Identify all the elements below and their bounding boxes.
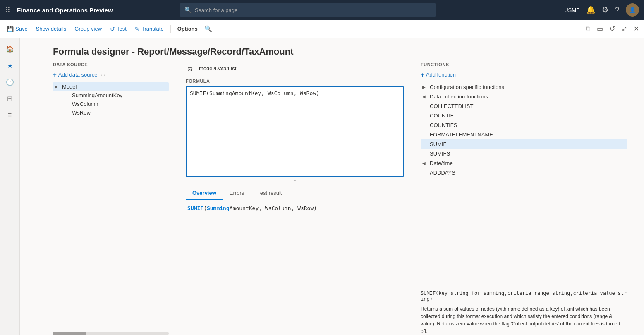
test-icon: ↺ <box>110 26 115 32</box>
tab-test-result[interactable]: Test result <box>251 187 288 200</box>
toolbar-separator <box>170 25 171 33</box>
expand-model-icon: ▶ <box>55 84 60 89</box>
right-panel: FUNCTIONS + Add function ▶ Configuration… <box>412 62 627 335</box>
search-bar[interactable]: 🔍 <box>180 3 436 17</box>
top-nav: ⠿ Finance and Operations Preview 🔍 USMF … <box>0 0 644 20</box>
refresh-icon[interactable]: ↺ <box>608 23 617 34</box>
toolbar-right: ⧉ ▭ ↺ ⤢ ✕ <box>584 23 641 34</box>
usmf-label: USMF <box>564 7 579 13</box>
fn-description: Returns a sum of values of nodes (with n… <box>421 305 627 335</box>
tree-item-summing[interactable]: SummingAmountKey <box>53 91 169 100</box>
sidebar-recent-icon[interactable]: 🕐 <box>2 74 17 89</box>
horizontal-scrollbar[interactable] <box>53 332 169 335</box>
search-input[interactable] <box>195 7 431 13</box>
page-header: Formula designer - Report/Message/Record… <box>20 38 644 62</box>
add-function-button[interactable]: + Add function <box>421 70 627 79</box>
help-icon[interactable]: ? <box>615 6 619 14</box>
tab-errors[interactable]: Errors <box>223 187 251 200</box>
show-details-button[interactable]: Show details <box>33 24 70 34</box>
fn-item-countifs[interactable]: COUNTIFS <box>421 120 627 130</box>
app-title: Finance and Operations Preview <box>17 7 113 14</box>
add-datasource-button[interactable]: + Add data source ··· <box>53 70 169 79</box>
test-button[interactable]: ↺ Test <box>107 24 130 34</box>
sidebar-star-icon[interactable]: ★ <box>2 58 17 73</box>
formula-path: @ = model/Data/List <box>186 62 404 75</box>
sidebar-workspace-icon[interactable]: ⊞ <box>2 91 17 106</box>
resize-handle[interactable]: = <box>186 177 404 183</box>
search-toolbar-icon[interactable]: 🔍 <box>203 24 214 34</box>
fn-expand-config-icon: ▶ <box>422 85 427 89</box>
tree-item-wsrow[interactable]: WsRow <box>53 108 169 117</box>
settings-icon[interactable]: ⚙ <box>602 5 608 14</box>
fn-item-formatelementname[interactable]: FORMATELEMENTNAME <box>421 130 627 139</box>
datasource-label: DATA SOURCE <box>53 62 169 67</box>
grid-config-icon[interactable]: ⧉ <box>584 24 592 34</box>
group-view-button[interactable]: Group view <box>71 24 105 34</box>
preview-su: SU <box>187 205 194 211</box>
page-title: Formula designer - Report/Message/Record… <box>53 46 627 57</box>
fn-group-datacollection[interactable]: ◀ Data collection functions <box>421 92 627 101</box>
fn-expand-datacollection-icon: ◀ <box>422 94 427 99</box>
fn-signature: SUMIF(key_string_for_summing,criteria_ra… <box>421 290 627 302</box>
fn-group-config[interactable]: ▶ Configuration specific functions <box>421 82 627 92</box>
expand-icon[interactable]: ⤢ <box>620 23 629 34</box>
fn-item-sumifs[interactable]: SUMIFS <box>421 149 627 158</box>
fn-item-sumif[interactable]: SUMIF <box>421 139 627 149</box>
functions-tree: ▶ Configuration specific functions ◀ Dat… <box>421 82 627 283</box>
fn-item-collectedlist[interactable]: COLLECTEDLIST <box>421 101 627 111</box>
top-nav-right: USMF 🔔 ⚙ ? 👤 <box>564 3 639 17</box>
sidebar-list-icon[interactable]: ≡ <box>2 108 17 122</box>
toolbar: 💾 Save Show details Group view ↺ Test ✎ … <box>0 20 644 38</box>
datasource-tree: ▶ Model SummingAmountKey WsColumn WsRow <box>53 82 169 330</box>
sidebar-home-icon[interactable]: 🏠 <box>2 41 17 56</box>
middle-panel: @ = model/Data/List FORMULA SUMIF(Summin… <box>177 62 412 335</box>
fn-group-datetime[interactable]: ◀ Date/time <box>421 158 627 168</box>
fn-description-box: SUMIF(key_string_for_summing,criteria_ra… <box>421 287 627 335</box>
tab-overview[interactable]: Overview <box>186 187 223 200</box>
right-panel-inner: FUNCTIONS + Add function ▶ Configuration… <box>421 62 627 335</box>
add-function-plus-icon: + <box>421 71 424 78</box>
save-icon: 💾 <box>7 26 14 32</box>
app-grid-icon[interactable]: ⠿ <box>5 5 10 14</box>
translate-button[interactable]: ✎ Translate <box>132 24 167 34</box>
horizontal-scrollbar-thumb <box>53 332 86 335</box>
fn-item-adddays[interactable]: ADDDAYS <box>421 168 627 177</box>
tree-item-wscolumn[interactable]: WsColumn <box>53 100 169 108</box>
add-datasource-more-icon[interactable]: ··· <box>101 72 105 78</box>
add-datasource-plus-icon: + <box>53 71 57 78</box>
panel-icon[interactable]: ▭ <box>595 23 605 34</box>
formula-preview: SUMIF(SummingAmountKey, WsColumn, WsRow) <box>186 200 404 216</box>
preview-summing: Summing <box>207 205 230 211</box>
tabs-bar: Overview Errors Test result <box>186 187 404 200</box>
search-icon: 🔍 <box>184 7 192 13</box>
preview-if: MIF <box>194 205 203 211</box>
notification-icon[interactable]: 🔔 <box>586 5 595 14</box>
content-area: Formula designer - Report/Message/Record… <box>20 38 644 335</box>
translate-icon: ✎ <box>135 26 140 32</box>
formula-section-label: FORMULA <box>186 79 404 84</box>
left-panel: DATA SOURCE + Add data source ··· ▶ Mode… <box>53 62 177 335</box>
functions-label: FUNCTIONS <box>421 62 627 67</box>
left-sidebar: 🏠 ★ 🕐 ⊞ ≡ <box>0 38 20 335</box>
designer-layout: DATA SOURCE + Add data source ··· ▶ Mode… <box>20 62 644 335</box>
avatar[interactable]: 👤 <box>626 3 639 17</box>
close-icon[interactable]: ✕ <box>632 23 641 34</box>
save-button[interactable]: 💾 Save <box>3 24 31 34</box>
formula-editor[interactable]: SUMIF(SummingAmountKey, WsColumn, WsRow) <box>186 86 404 177</box>
fn-item-countif[interactable]: COUNTIF <box>421 111 627 120</box>
options-label: Options <box>174 24 201 34</box>
tree-item-model[interactable]: ▶ Model <box>53 82 169 91</box>
main-layout: 🏠 ★ 🕐 ⊞ ≡ Formula designer - Report/Mess… <box>0 38 644 335</box>
fn-expand-datetime-icon: ◀ <box>422 161 427 165</box>
